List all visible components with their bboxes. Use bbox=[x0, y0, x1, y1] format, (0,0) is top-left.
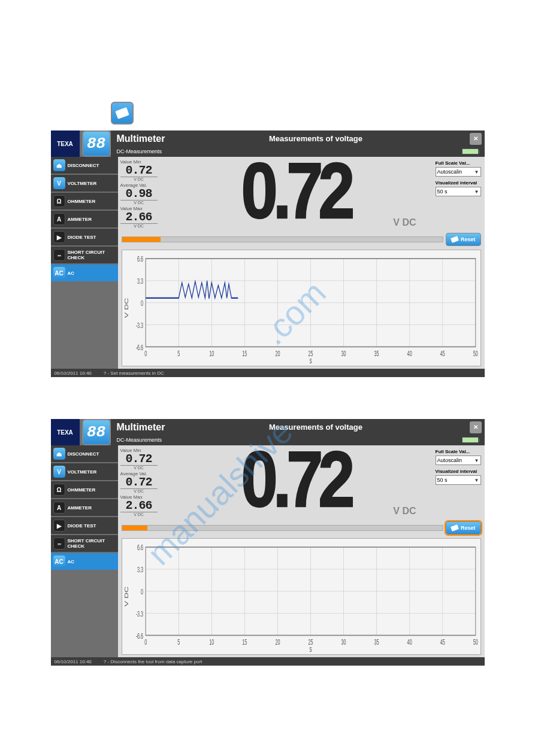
diode-icon: ▶ bbox=[53, 231, 65, 243]
sidebar-item-label: AC bbox=[68, 559, 75, 564]
battery-icon bbox=[462, 148, 479, 154]
short-icon: ⎓ bbox=[53, 538, 65, 549]
interval-select[interactable]: 50 s bbox=[436, 475, 481, 485]
svg-text:50: 50 bbox=[473, 350, 477, 357]
progress-bar bbox=[122, 525, 443, 531]
svg-text:10: 10 bbox=[209, 350, 214, 357]
sidebar-item-voltmeter[interactable]: VVOLTMETER bbox=[51, 463, 118, 480]
fullscale-select[interactable]: Autoscalin bbox=[436, 167, 481, 177]
logo-texa: TEXA bbox=[51, 419, 80, 445]
sidebar-item-ac[interactable]: ACAC bbox=[51, 265, 118, 281]
ohm-icon: Ω bbox=[53, 195, 65, 207]
svg-text:-6.6: -6.6 bbox=[135, 344, 143, 351]
close-icon[interactable]: ✕ bbox=[470, 133, 482, 145]
main-panel: Value Min0.72V DCAverage Val.0.72V DCVal… bbox=[118, 445, 485, 657]
app-title: Multimeter bbox=[117, 133, 165, 144]
svg-text:3.3: 3.3 bbox=[137, 277, 143, 285]
fullscale-select[interactable]: Autoscalin bbox=[436, 456, 481, 465]
sidebar-item-voltmeter[interactable]: VVOLTMETER bbox=[51, 175, 118, 192]
chart: -6.6-3.303.36.605101520253035404550V DCs bbox=[122, 538, 481, 655]
main-unit: V DC bbox=[393, 506, 416, 517]
amp-icon: A bbox=[53, 502, 65, 514]
sidebar-item-label: DISCONNECT bbox=[68, 163, 99, 168]
sidebar-item-ammeter[interactable]: AAMMETER bbox=[51, 499, 118, 516]
sidebar-item-label: DIODE TEST bbox=[68, 523, 96, 529]
svg-text:0: 0 bbox=[144, 638, 147, 646]
volt-icon: V bbox=[53, 177, 65, 189]
sidebar-item-diode-test[interactable]: ▶DIODE TEST bbox=[51, 517, 118, 534]
sidebar-item-label: DISCONNECT bbox=[68, 451, 99, 457]
status-date: 06/10/2011 10:40 bbox=[55, 659, 92, 664]
sidebar-item-label: DIODE TEST bbox=[68, 235, 96, 240]
svg-text:V DC: V DC bbox=[124, 587, 129, 607]
fullscale-label: Full Scale Val... bbox=[436, 160, 481, 166]
svg-text:40: 40 bbox=[407, 350, 412, 357]
sidebar-item-label: OHMMETER bbox=[68, 199, 96, 204]
reset-button[interactable]: Reset bbox=[446, 233, 481, 246]
reset-label: Reset bbox=[461, 525, 476, 531]
plug-icon: ⏏ bbox=[53, 159, 65, 171]
sidebar-item-disconnect[interactable]: ⏏DISCONNECT bbox=[51, 157, 118, 174]
ac-icon: AC bbox=[53, 555, 65, 567]
sidebar-item-disconnect[interactable]: ⏏DISCONNECT bbox=[51, 445, 118, 462]
app-subtitle: Measurements of voltage bbox=[269, 134, 362, 143]
app-subtitle: Measurements of voltage bbox=[269, 423, 362, 432]
svg-text:20: 20 bbox=[275, 638, 280, 646]
svg-text:30: 30 bbox=[341, 350, 346, 357]
svg-text:15: 15 bbox=[242, 350, 247, 357]
status-date: 06/10/2011 10:40 bbox=[55, 371, 92, 376]
status-hint: ? - Set measurements in DC bbox=[104, 371, 164, 376]
eraser-icon bbox=[111, 102, 134, 125]
interval-label: Visualized interval bbox=[436, 469, 481, 474]
stat-value: 2.66 bbox=[120, 500, 158, 512]
main-reading: 0.72 bbox=[241, 154, 350, 226]
close-icon[interactable]: ✕ bbox=[470, 421, 482, 433]
svg-text:45: 45 bbox=[440, 638, 445, 646]
logo-88: 88 bbox=[82, 130, 111, 157]
svg-text:3.3: 3.3 bbox=[137, 566, 143, 573]
sidebar-item-label: SHORT CIRCUIT CHECK bbox=[68, 538, 118, 549]
stat-value: 0.98 bbox=[120, 188, 158, 201]
chart: -6.6-3.303.36.605101520253035404550V DCs bbox=[122, 250, 481, 366]
svg-text:5: 5 bbox=[177, 350, 180, 357]
status-bar: 06/10/2011 10:40? - Set measurements in … bbox=[51, 369, 485, 377]
svg-text:0: 0 bbox=[141, 299, 143, 307]
svg-text:-3.3: -3.3 bbox=[135, 321, 143, 329]
svg-text:10: 10 bbox=[209, 638, 214, 646]
plug-icon: ⏏ bbox=[53, 448, 65, 460]
sidebar-item-ohmmeter[interactable]: ΩOHMMETER bbox=[51, 193, 118, 210]
short-icon: ⎓ bbox=[53, 249, 65, 261]
app-title: Multimeter bbox=[117, 422, 165, 433]
stat-unit: V DC bbox=[120, 224, 158, 228]
stat-value: 0.72 bbox=[120, 165, 158, 177]
sidebar-item-label: AMMETER bbox=[68, 505, 92, 511]
stat-unit: V DC bbox=[120, 177, 158, 181]
stat-unit: V DC bbox=[120, 201, 158, 205]
svg-text:30: 30 bbox=[341, 638, 346, 646]
sidebar-item-ammeter[interactable]: AAMMETER bbox=[51, 211, 118, 227]
sidebar-item-diode-test[interactable]: ▶DIODE TEST bbox=[51, 229, 118, 245]
svg-text:50: 50 bbox=[473, 638, 477, 646]
subheader: DC-Measurements bbox=[117, 148, 162, 154]
amp-icon: A bbox=[53, 213, 65, 225]
sidebar-item-ac[interactable]: ACAC bbox=[51, 553, 118, 570]
sidebar-item-short-circuit-check[interactable]: ⎓SHORT CIRCUIT CHECK bbox=[51, 247, 118, 263]
sidebar-item-label: VOLTMETER bbox=[68, 469, 97, 475]
svg-text:5: 5 bbox=[177, 638, 180, 646]
subheader: DC-Measurements bbox=[117, 437, 162, 443]
sidebar-item-ohmmeter[interactable]: ΩOHMMETER bbox=[51, 481, 118, 498]
main-unit: V DC bbox=[393, 217, 416, 228]
svg-text:-3.3: -3.3 bbox=[135, 610, 143, 618]
reset-button[interactable]: Reset bbox=[446, 521, 481, 535]
diode-icon: ▶ bbox=[53, 520, 65, 532]
svg-text:35: 35 bbox=[374, 638, 379, 646]
svg-text:40: 40 bbox=[407, 638, 412, 646]
interval-select[interactable]: 50 s bbox=[436, 187, 481, 196]
svg-text:s: s bbox=[309, 356, 312, 365]
main-reading: 0.72 bbox=[241, 443, 350, 514]
svg-text:6.6: 6.6 bbox=[137, 255, 143, 263]
interval-label: Visualized interval bbox=[436, 180, 481, 186]
status-bar: 06/10/2011 10:40? - Disconnects the tool… bbox=[51, 657, 485, 666]
progress-bar bbox=[122, 236, 443, 242]
sidebar-item-short-circuit-check[interactable]: ⎓SHORT CIRCUIT CHECK bbox=[51, 535, 118, 552]
